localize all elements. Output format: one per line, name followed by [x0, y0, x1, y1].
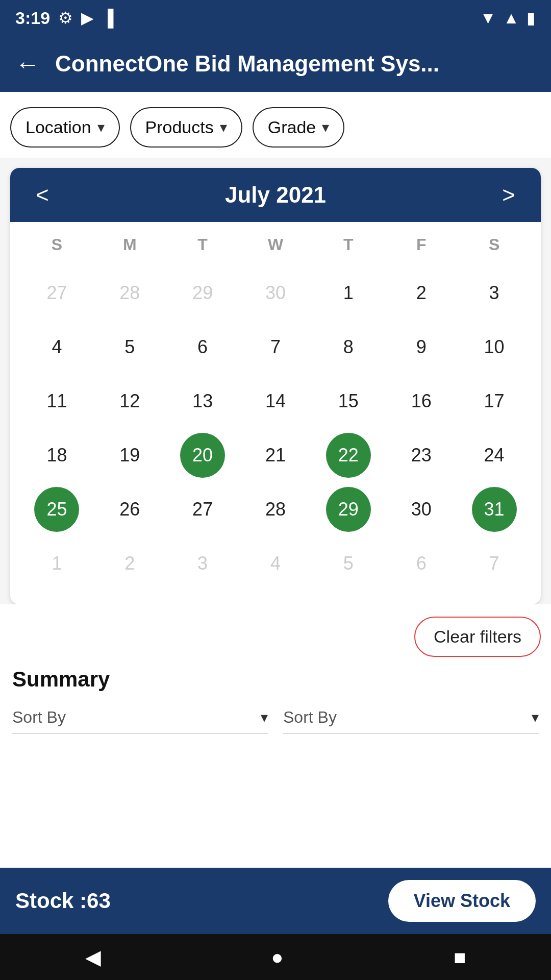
calendar: < July 2021 > S M T W T F S 272829301234… — [10, 168, 541, 604]
day-cell[interactable]: 2 — [385, 267, 458, 318]
day-cell[interactable]: 28 — [239, 484, 312, 535]
action-row: Clear filters — [0, 604, 551, 662]
clear-filters-label: Clear filters — [434, 627, 521, 646]
android-back-icon[interactable]: ◀ — [85, 945, 101, 969]
day-cell[interactable]: 7 — [239, 322, 312, 373]
day-cell[interactable]: 24 — [458, 430, 531, 481]
products-label: Products — [145, 117, 214, 137]
day-headers: S M T W T F S — [20, 227, 531, 262]
status-bar-right: ▼ ▲ ▮ — [480, 8, 536, 28]
day-cell[interactable]: 13 — [166, 376, 239, 427]
sort-by-2-label: Sort By — [283, 708, 337, 727]
day-cell[interactable]: 3 — [166, 538, 239, 589]
app-title: ConnectOne Bid Management Sys... — [55, 51, 439, 77]
day-cell[interactable]: 29 — [166, 267, 239, 318]
day-cell[interactable]: 27 — [20, 267, 93, 318]
day-cell[interactable]: 5 — [312, 538, 385, 589]
highlighted-day[interactable]: 20 — [180, 433, 225, 478]
wifi-icon: ▼ — [480, 9, 496, 28]
day-cell[interactable]: 28 — [93, 267, 166, 318]
day-cell[interactable]: 6 — [166, 322, 239, 373]
app-bar: ← ConnectOne Bid Management Sys... — [0, 36, 551, 92]
next-month-button[interactable]: > — [497, 182, 520, 208]
status-time: 3:19 — [15, 8, 50, 28]
day-header-thu: T — [312, 227, 385, 262]
day-header-fri: F — [385, 227, 458, 262]
day-cell[interactable]: 4 — [20, 322, 93, 373]
day-cell[interactable]: 12 — [93, 376, 166, 427]
day-cell[interactable]: 6 — [385, 538, 458, 589]
day-cell[interactable]: 7 — [458, 538, 531, 589]
calendar-body: S M T W T F S 27282930123456789101112131… — [10, 222, 541, 604]
android-home-icon[interactable]: ● — [271, 946, 283, 969]
day-cell[interactable]: 14 — [239, 376, 312, 427]
highlighted-day[interactable]: 29 — [326, 487, 371, 532]
day-cell[interactable]: 2 — [93, 538, 166, 589]
location-label: Location — [26, 117, 91, 137]
day-cell[interactable]: 22 — [312, 430, 385, 481]
day-cell[interactable]: 10 — [458, 322, 531, 373]
day-cell[interactable]: 1 — [312, 267, 385, 318]
location-filter[interactable]: Location ▾ — [10, 107, 120, 148]
shield-icon: ▶ — [81, 8, 94, 28]
day-header-sat: S — [458, 227, 531, 262]
highlighted-day[interactable]: 31 — [472, 487, 517, 532]
bottom-bar: Stock :63 View Stock — [0, 868, 551, 934]
back-button[interactable]: ← — [15, 50, 40, 78]
day-cell[interactable]: 19 — [93, 430, 166, 481]
signal-icon: ▲ — [503, 9, 519, 28]
day-cell[interactable]: 16 — [385, 376, 458, 427]
day-cell[interactable]: 9 — [385, 322, 458, 373]
day-cell[interactable]: 27 — [166, 484, 239, 535]
android-nav: ◀ ● ■ — [0, 934, 551, 980]
battery-icon: ▮ — [527, 8, 536, 28]
status-bar: 3:19 ⚙ ▶ ▐ ▼ ▲ ▮ — [0, 0, 551, 36]
day-header-mon: M — [93, 227, 166, 262]
day-cell[interactable]: 31 — [458, 484, 531, 535]
view-stock-button[interactable]: View Stock — [388, 880, 536, 922]
location-chevron-icon: ▾ — [97, 119, 105, 136]
day-cell[interactable]: 29 — [312, 484, 385, 535]
android-recent-icon[interactable]: ■ — [454, 946, 466, 969]
calendar-header: < July 2021 > — [10, 168, 541, 222]
day-cell[interactable]: 17 — [458, 376, 531, 427]
day-cell[interactable]: 30 — [239, 267, 312, 318]
day-cell[interactable]: 21 — [239, 430, 312, 481]
settings-icon: ⚙ — [58, 8, 73, 28]
day-cell[interactable]: 4 — [239, 538, 312, 589]
highlighted-day[interactable]: 22 — [326, 433, 371, 478]
day-cell[interactable]: 23 — [385, 430, 458, 481]
sort-dropdown-1[interactable]: Sort By ▾ — [12, 702, 268, 733]
sort-by-1-label: Sort By — [12, 708, 66, 727]
prev-month-button[interactable]: < — [31, 182, 54, 208]
content-spacer — [0, 744, 551, 868]
clipboard-icon: ▐ — [102, 9, 114, 28]
grade-label: Grade — [268, 117, 316, 137]
grade-filter[interactable]: Grade ▾ — [253, 107, 345, 148]
day-cell[interactable]: 20 — [166, 430, 239, 481]
clear-filters-button[interactable]: Clear filters — [414, 617, 541, 657]
sort-dropdown-2[interactable]: Sort By ▾ — [283, 702, 539, 733]
grade-chevron-icon: ▾ — [322, 119, 329, 136]
day-header-wed: W — [239, 227, 312, 262]
day-cell[interactable]: 26 — [93, 484, 166, 535]
day-header-tue: T — [166, 227, 239, 262]
day-cell[interactable]: 18 — [20, 430, 93, 481]
day-cell[interactable]: 30 — [385, 484, 458, 535]
filter-row: Location ▾ Products ▾ Grade ▾ — [0, 92, 551, 158]
day-cell[interactable]: 5 — [93, 322, 166, 373]
day-cell[interactable]: 3 — [458, 267, 531, 318]
highlighted-day[interactable]: 25 — [34, 487, 79, 532]
day-cell[interactable]: 11 — [20, 376, 93, 427]
status-bar-left: 3:19 ⚙ ▶ ▐ — [15, 8, 114, 28]
day-cell[interactable]: 8 — [312, 322, 385, 373]
summary-section: Summary Sort By ▾ Sort By ▾ — [0, 662, 551, 744]
day-header-sun: S — [20, 227, 93, 262]
sort-chevron-2-icon: ▾ — [532, 709, 539, 726]
day-cell[interactable]: 25 — [20, 484, 93, 535]
day-cell[interactable]: 15 — [312, 376, 385, 427]
day-cell[interactable]: 1 — [20, 538, 93, 589]
products-chevron-icon: ▾ — [220, 119, 227, 136]
products-filter[interactable]: Products ▾ — [130, 107, 242, 148]
summary-title: Summary — [12, 667, 539, 692]
